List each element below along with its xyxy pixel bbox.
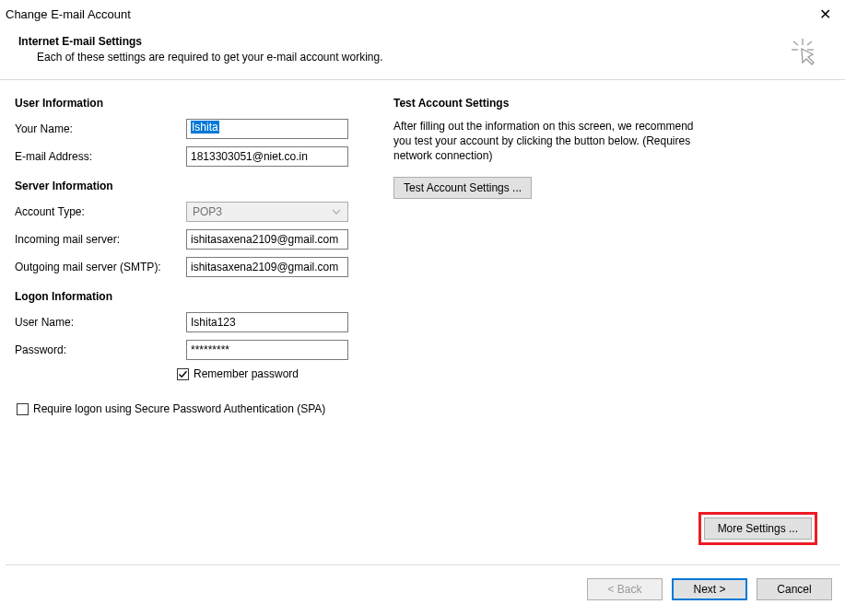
input-email-address[interactable] — [186, 146, 348, 167]
label-password: Password: — [15, 343, 186, 356]
header-subtitle: Each of these settings are required to g… — [18, 51, 383, 64]
section-user-information: User Information — [15, 97, 388, 110]
more-settings-button[interactable]: More Settings ... — [704, 517, 812, 540]
chevron-down-icon — [327, 203, 346, 221]
section-test-account-settings: Test Account Settings — [393, 97, 793, 110]
svg-marker-5 — [802, 49, 814, 64]
label-incoming-server: Incoming mail server: — [15, 233, 186, 246]
svg-line-2 — [807, 41, 812, 45]
label-email-address: E-mail Address: — [15, 150, 186, 163]
label-spa: Require logon using Secure Password Auth… — [33, 402, 325, 415]
test-description: After filling out the information on thi… — [393, 119, 698, 164]
label-remember-password: Remember password — [194, 367, 299, 380]
back-button: < Back — [587, 578, 663, 600]
checkbox-spa[interactable] — [17, 403, 29, 415]
close-icon[interactable]: ✕ — [812, 6, 838, 23]
label-outgoing-server: Outgoing mail server (SMTP): — [15, 261, 186, 273]
window-title: Change E-mail Account — [6, 7, 131, 21]
cancel-button[interactable]: Cancel — [757, 578, 832, 600]
footer-separator — [6, 564, 839, 565]
wizard-star-cursor-icon — [790, 37, 819, 66]
input-outgoing-server[interactable] — [186, 257, 348, 277]
svg-line-1 — [793, 41, 798, 45]
input-incoming-server[interactable] — [186, 229, 348, 250]
section-logon-information: Logon Information — [15, 290, 388, 303]
wizard-button-bar: < Back Next > Cancel — [587, 578, 832, 600]
input-your-name[interactable]: Ishita — [186, 119, 348, 139]
select-account-type: POP3 — [186, 202, 348, 222]
header: Internet E-mail Settings Each of these s… — [0, 28, 845, 79]
select-account-type-value: POP3 — [193, 205, 222, 218]
test-account-settings-button[interactable]: Test Account Settings ... — [393, 177, 532, 199]
header-title: Internet E-mail Settings — [18, 35, 383, 48]
label-account-type: Account Type: — [15, 205, 186, 218]
section-server-information: Server Information — [15, 180, 388, 192]
input-password[interactable] — [186, 340, 348, 360]
next-button[interactable]: Next > — [672, 578, 747, 600]
input-username[interactable] — [186, 312, 348, 332]
window-titlebar: Change E-mail Account ✕ — [0, 0, 845, 28]
label-username: User Name: — [15, 316, 186, 329]
label-your-name: Your Name: — [15, 122, 186, 135]
more-settings-highlight: More Settings ... — [698, 512, 817, 545]
checkbox-remember-password[interactable] — [177, 368, 189, 380]
